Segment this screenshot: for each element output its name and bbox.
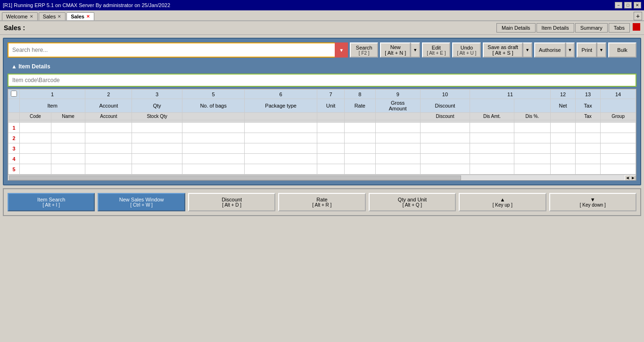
key-down-button[interactable]: ▼ [ Key down ] bbox=[549, 193, 636, 211]
cell-net-1[interactable] bbox=[550, 123, 575, 133]
tab-item-details[interactable]: Item Details bbox=[537, 23, 574, 33]
print-dropdown-button[interactable]: ▼ bbox=[597, 42, 606, 58]
search-input[interactable] bbox=[8, 42, 348, 58]
cell-account-2[interactable] bbox=[85, 133, 132, 143]
cell-unit-4[interactable] bbox=[317, 154, 345, 164]
cell-disamt-4[interactable] bbox=[470, 154, 514, 164]
cell-group-4[interactable] bbox=[601, 154, 636, 164]
cell-name-4[interactable] bbox=[51, 154, 85, 164]
cell-discount-3[interactable] bbox=[420, 143, 470, 154]
cell-name-3[interactable] bbox=[51, 143, 85, 154]
cell-rate-4[interactable] bbox=[345, 154, 376, 164]
tab-summary[interactable]: Summary bbox=[575, 23, 608, 33]
tab-welcome-close[interactable]: ✕ bbox=[30, 14, 33, 19]
tab-main-details[interactable]: Main Details bbox=[496, 23, 536, 33]
cell-gross-1[interactable] bbox=[375, 123, 420, 133]
cell-name-5[interactable] bbox=[51, 164, 85, 175]
cell-rate-3[interactable] bbox=[345, 143, 376, 154]
cell-qty-5[interactable] bbox=[132, 164, 182, 175]
search-button[interactable]: Search [ F2 ] bbox=[350, 42, 378, 58]
cell-code-4[interactable] bbox=[20, 154, 51, 164]
cell-disamt-1[interactable] bbox=[470, 123, 514, 133]
cell-unit-5[interactable] bbox=[317, 164, 345, 175]
maximize-button[interactable]: □ bbox=[624, 2, 632, 8]
add-tab-button[interactable]: + bbox=[634, 12, 642, 20]
cell-unit-3[interactable] bbox=[317, 143, 345, 154]
save-as-draft-button[interactable]: Save as draft [ Alt + S ] bbox=[483, 42, 523, 58]
cell-unit-1[interactable] bbox=[317, 123, 345, 133]
cell-qty-1[interactable] bbox=[132, 123, 182, 133]
cell-gross-4[interactable] bbox=[375, 154, 420, 164]
cell-pkg-5[interactable] bbox=[245, 164, 317, 175]
cell-bags-3[interactable] bbox=[182, 143, 245, 154]
cell-net-4[interactable] bbox=[550, 154, 575, 164]
cell-code-3[interactable] bbox=[20, 143, 51, 154]
tab-sales1[interactable]: Sales ✕ bbox=[39, 12, 66, 20]
authorise-button[interactable]: Authorise bbox=[534, 42, 565, 58]
cell-disamt-5[interactable] bbox=[470, 164, 514, 175]
new-button[interactable]: New [ Alt + N ] bbox=[380, 42, 411, 58]
cell-bags-5[interactable] bbox=[182, 164, 245, 175]
cell-account-5[interactable] bbox=[85, 164, 132, 175]
minimize-button[interactable]: − bbox=[615, 2, 622, 8]
cell-dispct-4[interactable] bbox=[514, 154, 550, 164]
cell-group-1[interactable] bbox=[601, 123, 636, 133]
cell-rate-5[interactable] bbox=[345, 164, 376, 175]
cell-group-5[interactable] bbox=[601, 164, 636, 175]
discount-button[interactable]: Discount [ Alt + D ] bbox=[188, 193, 275, 211]
close-button[interactable]: ✕ bbox=[634, 2, 641, 8]
undo-button[interactable]: Undo [ Alt + U ] bbox=[452, 42, 481, 58]
cell-unit-2[interactable] bbox=[317, 133, 345, 143]
print-button[interactable]: Print bbox=[577, 42, 597, 58]
bulk-button[interactable]: Bulk bbox=[608, 42, 636, 58]
item-search-button[interactable]: Item Search [ Alt + I ] bbox=[8, 193, 95, 211]
save-draft-dropdown-button[interactable]: ▼ bbox=[523, 42, 532, 58]
cell-account-3[interactable] bbox=[85, 143, 132, 154]
new-dropdown-button[interactable]: ▼ bbox=[411, 42, 420, 58]
cell-account-1[interactable] bbox=[85, 123, 132, 133]
cell-gross-5[interactable] bbox=[375, 164, 420, 175]
tab-sales2[interactable]: Sales ✕ bbox=[66, 12, 94, 20]
cell-gross-3[interactable] bbox=[375, 143, 420, 154]
cell-disamt-2[interactable] bbox=[470, 133, 514, 143]
cell-code-1[interactable] bbox=[20, 123, 51, 133]
scroll-left-button[interactable]: ◄ bbox=[625, 175, 630, 181]
cell-net-5[interactable] bbox=[550, 164, 575, 175]
cell-discount-1[interactable] bbox=[420, 123, 470, 133]
cell-rate-2[interactable] bbox=[345, 133, 376, 143]
cell-group-3[interactable] bbox=[601, 143, 636, 154]
cell-bags-1[interactable] bbox=[182, 123, 245, 133]
cell-tax-5[interactable] bbox=[576, 164, 601, 175]
cell-account-4[interactable] bbox=[85, 154, 132, 164]
cell-dispct-2[interactable] bbox=[514, 133, 550, 143]
cell-pkg-1[interactable] bbox=[245, 123, 317, 133]
cell-bags-2[interactable] bbox=[182, 133, 245, 143]
tab-sales1-close[interactable]: ✕ bbox=[58, 14, 61, 19]
cell-name-1[interactable] bbox=[51, 123, 85, 133]
cell-dispct-1[interactable] bbox=[514, 123, 550, 133]
cell-discount-2[interactable] bbox=[420, 133, 470, 143]
cell-code-2[interactable] bbox=[20, 133, 51, 143]
key-up-button[interactable]: ▲ [ Key up ] bbox=[459, 193, 546, 211]
authorise-dropdown-button[interactable]: ▼ bbox=[566, 42, 575, 58]
search-dropdown-button[interactable]: ▼ bbox=[335, 42, 348, 58]
tab-sales2-close[interactable]: ✕ bbox=[86, 14, 90, 19]
cell-qty-3[interactable] bbox=[132, 143, 182, 154]
tab-welcome[interactable]: Welcome ✕ bbox=[2, 12, 38, 20]
cell-tax-1[interactable] bbox=[576, 123, 601, 133]
cell-dispct-5[interactable] bbox=[514, 164, 550, 175]
rate-button[interactable]: Rate [ Alt + R ] bbox=[278, 193, 365, 211]
cell-name-2[interactable] bbox=[51, 133, 85, 143]
cell-qty-4[interactable] bbox=[132, 154, 182, 164]
cell-bags-4[interactable] bbox=[182, 154, 245, 164]
tab-tabs[interactable]: Tabs bbox=[609, 23, 630, 33]
cell-pkg-3[interactable] bbox=[245, 143, 317, 154]
cell-disamt-3[interactable] bbox=[470, 143, 514, 154]
qty-unit-button[interactable]: Qty and Unit [ Alt + Q ] bbox=[369, 193, 456, 211]
cell-net-2[interactable] bbox=[550, 133, 575, 143]
cell-qty-2[interactable] bbox=[132, 133, 182, 143]
cell-tax-2[interactable] bbox=[576, 133, 601, 143]
cell-tax-3[interactable] bbox=[576, 143, 601, 154]
edit-button[interactable]: Edit [ Alt + E ] bbox=[422, 42, 450, 58]
select-all-checkbox[interactable] bbox=[11, 91, 17, 97]
